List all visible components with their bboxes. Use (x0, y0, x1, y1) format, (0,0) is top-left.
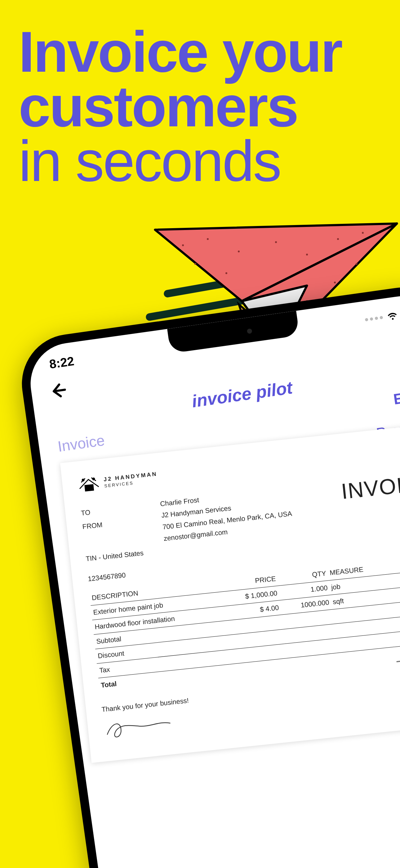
arrow-left-icon (49, 381, 68, 400)
invoice-document: J2 HANDYMAN SERVICES TO FROM TIN - Unite… (60, 423, 400, 763)
marketing-headline: Invoice your customers in seconds (19, 25, 342, 188)
svg-point-23 (82, 479, 84, 481)
svg-point-8 (306, 254, 308, 255)
svg-point-12 (226, 272, 227, 274)
headline-line-3: in seconds (19, 134, 342, 189)
col-amount: AMOUNT (386, 554, 400, 574)
status-time: 8:22 (48, 354, 75, 371)
headline-line-2: customers (19, 80, 342, 134)
svg-point-24 (93, 478, 95, 480)
edit-button[interactable]: Edit (392, 387, 400, 408)
phone-screen: 8:22 invoice pilot Invoice Edit (26, 291, 400, 868)
phone-frame: 8:22 invoice pilot Invoice Edit (15, 281, 400, 868)
svg-point-16 (334, 282, 336, 283)
svg-point-7 (275, 241, 277, 243)
svg-point-9 (337, 238, 339, 240)
cellular-dots-icon (365, 316, 383, 321)
svg-point-10 (362, 232, 364, 234)
invoice-title: INVOICE (340, 469, 400, 504)
headline-line-1: Invoice your (19, 25, 342, 80)
invoice-mode-button[interactable]: Invoice (57, 432, 106, 455)
svg-point-4 (182, 244, 184, 246)
svg-point-6 (238, 251, 240, 252)
wifi-icon (386, 308, 398, 323)
handyman-logo-icon (77, 475, 100, 494)
svg-point-17 (356, 263, 358, 265)
svg-point-5 (207, 238, 209, 240)
status-right (364, 306, 400, 327)
svg-rect-22 (85, 485, 94, 491)
svg-point-11 (194, 263, 196, 265)
svg-line-21 (54, 390, 65, 391)
